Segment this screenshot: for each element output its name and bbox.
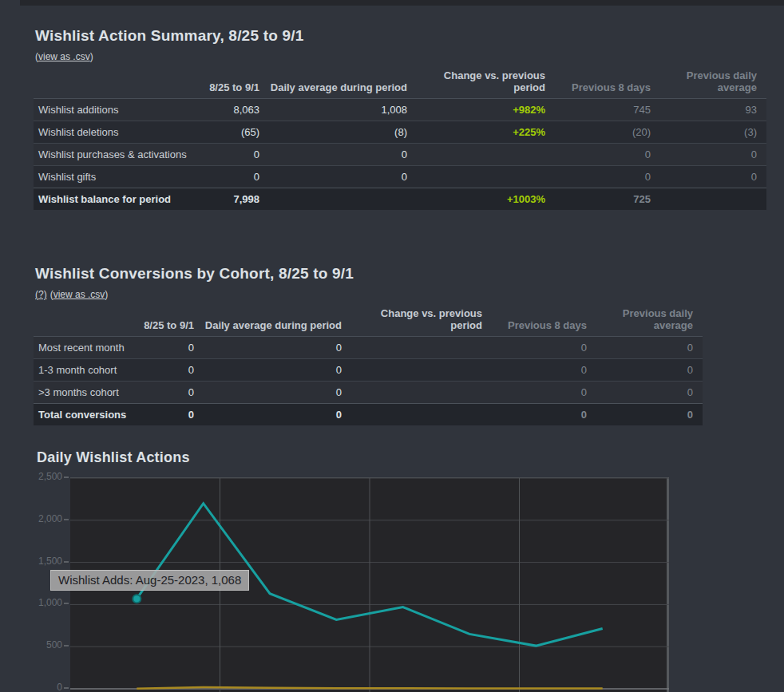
summary-csv-line: (view as .csv) bbox=[35, 51, 766, 62]
cell-change: +225% bbox=[417, 121, 555, 143]
cell-change bbox=[417, 165, 555, 188]
table-row: Wishlist purchases & activations 0 0 0 0 bbox=[34, 143, 766, 165]
paren-close: ) bbox=[90, 51, 93, 62]
summary-col-change: Change vs. previous period bbox=[417, 65, 555, 98]
y-tick-mark bbox=[64, 645, 69, 647]
cohort-col-prev8: Previous 8 days bbox=[492, 303, 596, 336]
y-tick-mark bbox=[64, 687, 69, 689]
table-row: Wishlist deletions (65) (8) +225% (20) (… bbox=[34, 121, 766, 143]
cohort-header-row: 8/25 to 9/1 Daily average during period … bbox=[34, 303, 703, 336]
cell-prev-daily: 0 bbox=[596, 403, 703, 425]
table-row: >3 months cohort 0 0 0 0 bbox=[34, 381, 703, 403]
cell-daily-avg: (8) bbox=[269, 121, 417, 143]
cell-prev-daily: 0 bbox=[596, 336, 703, 358]
y-tick-mark bbox=[64, 561, 69, 563]
cell-prev8: 0 bbox=[492, 358, 596, 381]
cohort-section: Wishlist Conversions by Cohort, 8/25 to … bbox=[35, 265, 704, 300]
cohort-col-spacer bbox=[34, 303, 137, 336]
row-label: Total conversions bbox=[34, 403, 137, 425]
highlighted-point bbox=[133, 595, 141, 603]
summary-balance-row: Wishlist balance for period 7,998 +1003%… bbox=[34, 188, 766, 210]
cell-period: 0 bbox=[137, 403, 204, 425]
cell-daily-avg: 0 bbox=[204, 403, 351, 425]
y-tick-label: 1,000 bbox=[6, 597, 62, 608]
row-label: Wishlist additions bbox=[34, 98, 177, 121]
chart-tooltip: Wishlist Adds: Aug-25-2023, 1,068 bbox=[50, 570, 249, 591]
cell-prev8: 0 bbox=[492, 381, 596, 403]
top-divider bbox=[20, 0, 784, 6]
cell-period: 7,998 bbox=[177, 188, 269, 210]
cohort-col-prev-daily: Previous daily average bbox=[596, 303, 703, 336]
table-row: Wishlist gifts 0 0 0 0 bbox=[34, 165, 766, 188]
cell-change: +982% bbox=[417, 98, 555, 121]
summary-col-prev-daily: Previous daily average bbox=[660, 65, 766, 98]
y-tick-label: 1,500 bbox=[6, 556, 62, 567]
cell-period: 0 bbox=[137, 336, 204, 358]
cell-prev-daily: 0 bbox=[660, 143, 766, 165]
cell-prev-daily: 0 bbox=[596, 358, 703, 381]
summary-col-period: 8/25 to 9/1 bbox=[177, 65, 269, 98]
cell-daily-avg: 0 bbox=[204, 358, 351, 381]
cohort-table: 8/25 to 9/1 Daily average during period … bbox=[34, 303, 703, 425]
summary-section: Wishlist Action Summary, 8/25 to 9/1 (vi… bbox=[35, 27, 766, 62]
cell-change bbox=[351, 381, 492, 403]
cell-prev8: 0 bbox=[492, 403, 596, 425]
cohort-csv-line: (?)(view as .csv) bbox=[35, 289, 704, 300]
cohort-view-csv-link[interactable]: view as .csv bbox=[53, 289, 105, 300]
y-tick-label: 500 bbox=[6, 639, 62, 650]
cell-prev8: (20) bbox=[555, 121, 660, 143]
cell-change bbox=[351, 403, 492, 425]
cell-prev-daily bbox=[660, 188, 766, 210]
y-tick-mark bbox=[64, 603, 69, 604]
row-label: >3 months cohort bbox=[34, 381, 137, 403]
cell-period: 0 bbox=[177, 165, 269, 188]
cell-change bbox=[351, 358, 492, 381]
summary-table: 8/25 to 9/1 Daily average during period … bbox=[34, 65, 766, 210]
table-row: Wishlist additions 8,063 1,008 +982% 745… bbox=[34, 98, 766, 121]
cell-prev-daily: 93 bbox=[660, 98, 766, 121]
summary-col-prev8: Previous 8 days bbox=[555, 65, 660, 98]
row-label: Wishlist purchases & activations bbox=[34, 143, 177, 165]
cell-period: 0 bbox=[137, 381, 204, 403]
cell-daily-avg: 0 bbox=[269, 165, 417, 188]
summary-col-daily-avg: Daily average during period bbox=[269, 65, 417, 98]
cell-daily-avg bbox=[269, 188, 417, 210]
summary-header-row: 8/25 to 9/1 Daily average during period … bbox=[34, 65, 766, 98]
cell-change bbox=[417, 143, 555, 165]
cell-prev8: 0 bbox=[555, 143, 660, 165]
row-label: Wishlist deletions bbox=[34, 121, 177, 143]
cell-prev-daily: (3) bbox=[660, 121, 766, 143]
summary-title: Wishlist Action Summary, 8/25 to 9/1 bbox=[35, 27, 766, 45]
row-label: Most recent month bbox=[34, 336, 137, 358]
summary-view-csv-link[interactable]: view as .csv bbox=[38, 51, 90, 62]
y-tick-mark bbox=[64, 476, 69, 478]
wishlist-dashboard-page: Wishlist Action Summary, 8/25 to 9/1 (vi… bbox=[0, 0, 784, 692]
cell-daily-avg: 0 bbox=[204, 381, 351, 403]
cell-prev8: 0 bbox=[555, 165, 660, 188]
cell-change bbox=[351, 336, 492, 358]
cell-change: +1003% bbox=[417, 188, 555, 210]
paren-close: ) bbox=[105, 289, 108, 300]
y-tick-mark bbox=[64, 519, 69, 520]
cohort-col-change: Change vs. previous period bbox=[351, 303, 492, 336]
cell-daily-avg: 0 bbox=[269, 143, 417, 165]
table-row: 1-3 month cohort 0 0 0 0 bbox=[34, 358, 703, 381]
cell-daily-avg: 0 bbox=[204, 336, 351, 358]
cohort-col-period: 8/25 to 9/1 bbox=[137, 303, 204, 336]
help-icon[interactable]: (?) bbox=[35, 289, 47, 300]
y-tick-label: 2,000 bbox=[6, 513, 62, 524]
chart-title: Daily Wishlist Actions bbox=[37, 449, 190, 466]
cohort-col-daily-avg: Daily average during period bbox=[204, 303, 351, 336]
summary-col-spacer bbox=[34, 65, 177, 98]
y-tick-label: 0 bbox=[6, 682, 62, 692]
cell-prev-daily: 0 bbox=[660, 165, 766, 188]
table-row: Most recent month 0 0 0 0 bbox=[34, 336, 703, 358]
row-label: Wishlist balance for period bbox=[34, 188, 177, 210]
cell-prev8: 745 bbox=[555, 98, 660, 121]
cohort-total-row: Total conversions 0 0 0 0 bbox=[34, 403, 703, 425]
cell-prev-daily: 0 bbox=[596, 381, 703, 403]
row-label: 1-3 month cohort bbox=[34, 358, 137, 381]
cell-period: (65) bbox=[177, 121, 269, 143]
row-label: Wishlist gifts bbox=[34, 165, 177, 188]
cell-prev8: 725 bbox=[555, 188, 660, 210]
